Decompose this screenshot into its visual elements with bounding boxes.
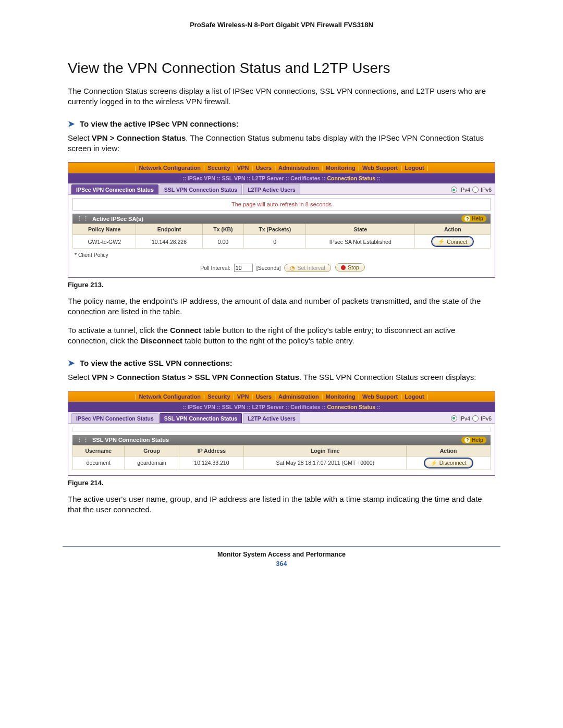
subnav-item[interactable]: IPSec VPN [188, 175, 215, 181]
doc-header: ProSafe Wireless-N 8-Port Gigabit VPN Fi… [68, 21, 495, 29]
cell-txkb: 0.00 [202, 235, 244, 249]
figure-214-caption: Figure 214. [68, 479, 495, 487]
nav-item[interactable]: Security [207, 393, 230, 400]
col-policy: Policy Name [73, 224, 136, 235]
cell-state: IPsec SA Not Established [306, 235, 415, 249]
help-label: Help [472, 437, 483, 443]
panel-header-ipsec: ⋮⋮ Active IPSec SA(s) ? Help [72, 214, 491, 224]
poll-row: Poll Interval: [Seconds] ◔ Set Interval … [72, 263, 491, 272]
ssl-select-text: Select VPN > Connection Status > SSL VPN… [68, 372, 495, 382]
nav-item[interactable]: Users [256, 393, 272, 400]
col-txpk: Tx (Packets) [244, 224, 306, 235]
nav-item[interactable]: VPN [237, 393, 249, 400]
table-row: document geardomain 10.124.33.210 Sat Ma… [73, 456, 491, 470]
subnav-item[interactable]: L2TP Server [252, 175, 284, 181]
subnav-item-active[interactable]: Connection Status [327, 175, 375, 181]
footer-page: 364 [68, 560, 495, 567]
ipsec-select-path: VPN > Connection Status [92, 133, 186, 142]
cell-endpoint: 10.144.28.226 [136, 235, 202, 249]
heading-ipsec-text: To view the active IPSec VPN connections… [80, 119, 239, 128]
nav-item[interactable]: Administration [278, 393, 319, 400]
tab-ssl[interactable]: SSL VPN Connection Status [160, 184, 242, 194]
ssl-select-after: . The SSL VPN Connection Status screen d… [299, 373, 476, 381]
connect-button[interactable]: ⚡ Connect [432, 237, 473, 246]
footer-title: Monitor System Access and Performance [68, 551, 495, 558]
tab-ipsec[interactable]: IPSec VPN Connection Status [71, 413, 158, 423]
disconnect-button[interactable]: ⚡ Disconnect [425, 459, 472, 467]
poll-label: Poll Interval: [200, 265, 230, 271]
nav-item[interactable]: Web Support [362, 393, 398, 400]
nav-item[interactable]: Security [207, 165, 230, 171]
col-ip: IP Address [179, 445, 244, 456]
radio-ipv4[interactable] [451, 415, 457, 422]
nav-item[interactable]: Network Configuration [139, 393, 201, 400]
tab-l2tp[interactable]: L2TP Active Users [243, 413, 300, 423]
col-endpoint: Endpoint [136, 224, 202, 235]
disconnect-label: Disconnect [439, 460, 467, 466]
tab-row: IPSec VPN Connection Status SSL VPN Conn… [68, 183, 495, 195]
bolt-icon: ⚡ [431, 460, 437, 466]
topnav: | Network Configuration | Security | VPN… [68, 163, 495, 174]
radio-ipv6[interactable] [472, 187, 479, 193]
set-interval-button[interactable]: ◔ Set Interval [284, 264, 331, 272]
ipsec-desc-1: The policy name, the endpoint's IP addre… [68, 296, 495, 317]
figure-213-caption: Figure 213. [68, 281, 495, 289]
ipv4-label: IPv4 [459, 415, 470, 422]
nav-item[interactable]: Administration [278, 165, 319, 171]
stop-icon [341, 265, 346, 270]
subnav-item[interactable]: Certificates [290, 404, 320, 410]
set-interval-label: Set Interval [297, 265, 325, 271]
heading-ipsec: ➤ To view the active IPSec VPN connectio… [68, 119, 495, 129]
help-button[interactable]: ? Help [461, 437, 486, 443]
ipsec-select-before: Select [68, 133, 92, 142]
nav-item[interactable]: Monitoring [326, 165, 356, 171]
ssl-status-table: Username Group IP Address Login Time Act… [72, 445, 491, 470]
subnav-item[interactable]: IPSec VPN [188, 404, 215, 410]
ssl-select-before: Select [68, 373, 92, 381]
subnav: :: IPSec VPN :: SSL VPN :: L2TP Server :… [68, 402, 495, 412]
bolt-icon: ⚡ [438, 238, 445, 245]
stop-button[interactable]: Stop [335, 263, 365, 272]
col-group: Group [124, 445, 179, 456]
dots-icon: ⋮⋮ [77, 215, 89, 222]
subnav-item[interactable]: L2TP Server [252, 404, 284, 410]
help-button[interactable]: ? Help [461, 215, 486, 222]
tab-ipsec[interactable]: IPSec VPN Connection Status [71, 184, 158, 194]
nav-item[interactable]: Logout [405, 165, 424, 171]
subnav-item[interactable]: SSL VPN [222, 175, 246, 181]
radio-ipv6[interactable] [472, 415, 479, 422]
ipsec-desc-2: To activate a tunnel, click the Connect … [68, 325, 495, 347]
spacer [72, 427, 491, 432]
ssl-select-path: VPN > Connection Status > SSL VPN Connec… [92, 373, 299, 381]
col-state: State [306, 224, 415, 235]
nav-item[interactable]: Network Configuration [139, 165, 201, 171]
subnav-item[interactable]: Certificates [290, 175, 320, 181]
nav-item[interactable]: Web Support [362, 165, 398, 171]
tab-l2tp[interactable]: L2TP Active Users [243, 184, 300, 194]
heading-ssl: ➤ To view the active SSL VPN connections… [68, 358, 495, 368]
arrow-icon: ➤ [68, 358, 75, 368]
subnav-item[interactable]: SSL VPN [222, 404, 246, 410]
tab-ssl[interactable]: SSL VPN Connection Status [160, 413, 242, 423]
cell-txpk: 0 [244, 235, 306, 249]
help-icon: ? [464, 437, 470, 443]
panel-header-ssl: ⋮⋮ SSL VPN Connection Status ? Help [72, 435, 491, 445]
nav-item[interactable]: Users [256, 165, 272, 171]
nav-item[interactable]: Monitoring [326, 393, 356, 400]
auto-refresh-banner: The page will auto-refresh in 8 seconds [72, 198, 491, 211]
poll-interval-input[interactable] [234, 264, 253, 272]
ip-toggle: IPv4 IPv6 [451, 187, 492, 194]
heading-ssl-text: To view the active SSL VPN connections: [80, 359, 232, 367]
panel-title: Active IPSec SA(s) [92, 216, 143, 222]
subnav-item-active[interactable]: Connection Status [327, 404, 375, 410]
topnav: | Network Configuration | Security | VPN… [68, 391, 495, 402]
cell-login: Sat May 28 18:17:07 2011 (GMT +0000) [244, 456, 407, 470]
cell-policy: GW1-to-GW2 [73, 235, 136, 249]
dots-icon: ⋮⋮ [77, 437, 89, 443]
seconds-label: [Seconds] [256, 265, 281, 271]
nav-item[interactable]: Logout [405, 393, 424, 400]
nav-item[interactable]: VPN [237, 165, 249, 171]
col-login: Login Time [244, 445, 407, 456]
radio-ipv4[interactable] [451, 187, 457, 193]
cell-username: document [73, 456, 125, 470]
